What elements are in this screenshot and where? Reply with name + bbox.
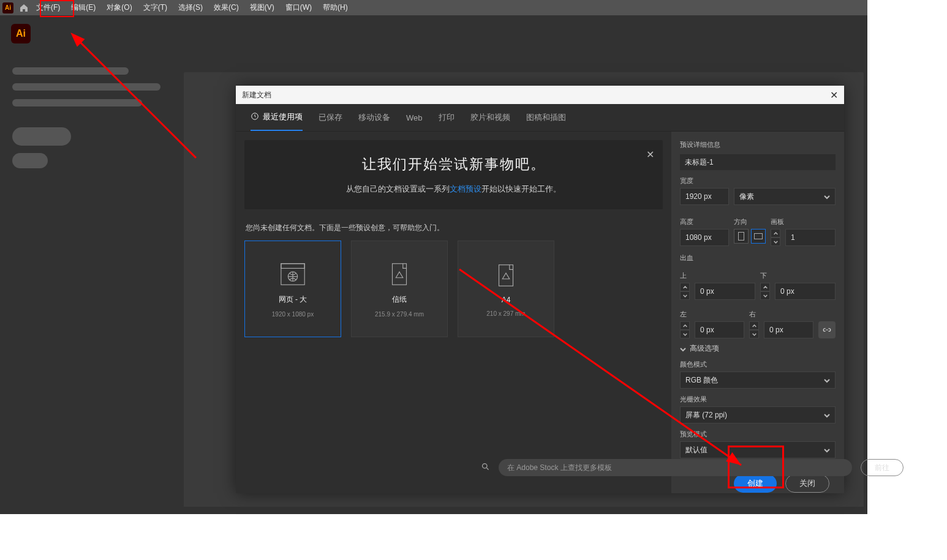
bleed-left-stepper[interactable] xyxy=(680,321,690,338)
chevron-down-icon xyxy=(824,193,830,200)
label-orient: 方向 xyxy=(734,217,766,226)
bleed-top-stepper[interactable] xyxy=(680,283,690,300)
close-button[interactable]: 关闭 xyxy=(785,474,829,493)
artboards-input[interactable] xyxy=(786,233,835,242)
dialog-title: 新建文档 xyxy=(242,90,271,100)
preset-name: 信纸 xyxy=(392,294,407,305)
preset-hint: 您尚未创建任何文档。下面是一些预设创意，可帮助您入门。 xyxy=(246,223,663,233)
preset-letter[interactable]: 信纸 215.9 x 279.4 mm xyxy=(351,241,448,337)
tab-saved[interactable]: 已保存 xyxy=(319,104,342,131)
advanced-label: 高级选项 xyxy=(690,343,719,354)
chevron-down-icon xyxy=(824,412,830,418)
tab-film[interactable]: 胶片和视频 xyxy=(470,104,510,131)
raster-value: 屏幕 (72 ppi) xyxy=(685,410,727,420)
home-icon[interactable] xyxy=(17,1,31,15)
chevron-down-icon xyxy=(824,377,830,383)
label-width: 宽度 xyxy=(680,176,836,185)
colormode-value: RGB 颜色 xyxy=(685,375,718,386)
preview-select[interactable]: 默认值 xyxy=(680,441,836,458)
menu-edit[interactable]: 编辑(E) xyxy=(66,0,101,15)
bleed-top-input[interactable] xyxy=(695,287,755,296)
label-bleed: 出血 xyxy=(680,253,836,263)
preset-a4[interactable]: A4 210 x 297 mm xyxy=(458,241,554,337)
ai-home-logo[interactable]: Ai xyxy=(11,24,31,43)
menu-object[interactable]: 对象(O) xyxy=(101,0,137,15)
raster-select[interactable]: 屏幕 (72 ppi) xyxy=(680,406,836,424)
hero-close-icon[interactable]: ✕ xyxy=(646,149,654,160)
menu-effect[interactable]: 效果(C) xyxy=(208,0,244,15)
svg-rect-5 xyxy=(499,264,513,286)
bleed-left-input[interactable] xyxy=(695,326,744,334)
height-input[interactable] xyxy=(681,233,728,242)
preset-name: 网页 - 大 xyxy=(279,294,307,305)
advanced-toggle[interactable]: 高级选项 xyxy=(680,343,836,354)
bleed-bottom-stepper[interactable] xyxy=(760,283,770,300)
bleed-right-stepper[interactable] xyxy=(749,321,759,338)
dialog-close-icon[interactable]: ✕ xyxy=(830,89,838,101)
bleed-right-input[interactable] xyxy=(764,326,813,334)
label-right: 右 xyxy=(749,310,813,319)
hero-heading: 让我们开始尝试新事物吧。 xyxy=(263,155,644,174)
svg-rect-4 xyxy=(393,264,407,285)
label-bottom: 下 xyxy=(760,271,836,280)
menu-view[interactable]: 视图(V) xyxy=(244,0,280,15)
preview-value: 默认值 xyxy=(685,445,707,455)
doc-presets-link[interactable]: 文档预设 xyxy=(450,184,481,193)
svg-point-6 xyxy=(483,463,488,468)
preset-dims: 1920 x 1080 px xyxy=(272,311,314,318)
tab-mobile[interactable]: 移动设备 xyxy=(358,104,390,131)
tab-print[interactable]: 打印 xyxy=(439,104,455,131)
page-icon xyxy=(492,261,520,289)
width-input[interactable] xyxy=(681,192,728,201)
unit-select[interactable]: 像素 xyxy=(734,188,836,205)
doc-name-input[interactable] xyxy=(680,154,836,170)
create-button[interactable]: 创建 xyxy=(734,474,777,493)
preset-dims: 215.9 x 279.4 mm xyxy=(375,311,424,318)
chevron-down-icon xyxy=(824,447,830,453)
clock-icon xyxy=(251,112,259,122)
page-icon xyxy=(385,260,413,288)
hero-sub: 从您自己的文档设置或一系列文档预设开始以快速开始工作。 xyxy=(263,184,644,195)
label-colormode: 颜色模式 xyxy=(680,360,836,369)
label-preview: 预览模式 xyxy=(680,430,836,439)
app-icon: Ai xyxy=(2,2,13,13)
preset-dims: 210 x 297 mm xyxy=(486,310,525,317)
label-artboards: 画板 xyxy=(771,217,836,226)
tab-art[interactable]: 图稿和插图 xyxy=(526,104,566,131)
label-left: 左 xyxy=(680,310,744,319)
menu-window[interactable]: 窗口(W) xyxy=(280,0,317,15)
web-icon xyxy=(279,260,307,288)
orient-portrait[interactable] xyxy=(734,229,749,244)
tab-web[interactable]: Web xyxy=(406,104,423,131)
menu-select[interactable]: 选择(S) xyxy=(173,0,208,15)
menu-file[interactable]: 文件(F) xyxy=(31,0,66,15)
tab-recent[interactable]: 最近使用项 xyxy=(251,104,303,131)
preset-web-large[interactable]: 网页 - 大 1920 x 1080 px xyxy=(244,241,341,337)
home-placeholders xyxy=(12,67,160,168)
label-top: 上 xyxy=(680,271,755,280)
menu-type[interactable]: 文字(T) xyxy=(138,0,173,15)
link-bleed-icon[interactable] xyxy=(818,321,836,338)
new-document-dialog: 新建文档 ✕ 最近使用项 已保存 移动设备 Web 打印 胶片和视频 图稿和插图… xyxy=(236,86,844,493)
side-title: 预设详细信息 xyxy=(680,140,836,149)
stock-go-button[interactable]: 前往 xyxy=(861,459,904,476)
tab-recent-label: 最近使用项 xyxy=(263,111,303,122)
stock-search-input[interactable] xyxy=(499,459,852,476)
colormode-select[interactable]: RGB 颜色 xyxy=(680,371,836,389)
preset-name: A4 xyxy=(502,296,511,304)
unit-value: 像素 xyxy=(739,192,754,202)
artboard-stepper[interactable] xyxy=(771,229,780,246)
orient-landscape[interactable] xyxy=(751,229,766,244)
bleed-bottom-input[interactable] xyxy=(775,287,835,296)
menu-help[interactable]: 帮助(H) xyxy=(317,0,353,15)
svg-rect-2 xyxy=(281,264,304,269)
chevron-down-icon xyxy=(680,346,686,352)
search-icon xyxy=(481,462,490,474)
label-raster: 光栅效果 xyxy=(680,395,836,404)
label-height: 高度 xyxy=(680,217,729,226)
